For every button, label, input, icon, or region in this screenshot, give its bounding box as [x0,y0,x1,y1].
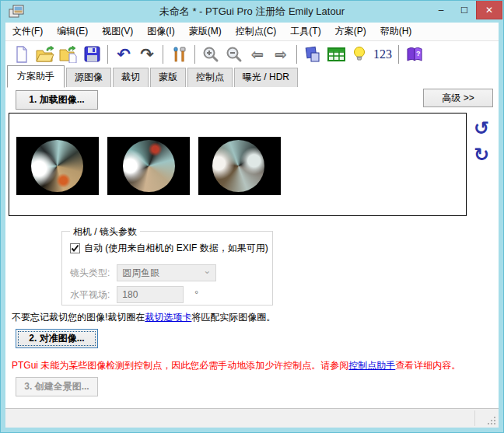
toolbar-separator [163,45,163,64]
zoom-out-button[interactable] [222,44,246,65]
close-button[interactable]: ✕ [476,1,502,19]
advanced-button[interactable]: 高级 >> [423,89,493,107]
toolbar: ↶ ↷ ⇦ ⇨ 123 [5,41,499,67]
toolbar-separator [296,45,297,64]
crop-note-text: 将匹配实际图像圈。 [191,312,275,323]
zoom-in-button[interactable] [199,44,222,65]
new-project-button[interactable] [10,44,33,65]
tab-source-images[interactable]: 源图像 [66,68,111,87]
checkmark-icon [71,244,79,253]
table-icon [327,47,345,61]
hfov-label: 水平视场: [70,288,110,302]
menu-images[interactable]: 图像(I) [140,23,181,40]
save-floppy-icon [84,46,100,62]
rotate-ccw-icon: ↺ [474,117,489,139]
control-point-warning: PTGui 未能为某些图像检测到控制点，因此您必需手动地添加少许控制点。请参阅控… [12,359,460,372]
resize-grip[interactable] [487,416,496,425]
arrow-right-icon: ⇨ [275,47,287,61]
detail-viewer-button[interactable] [348,44,371,65]
tools-icon [170,46,187,63]
groupbox-title: 相机 / 镜头参数 [70,225,140,239]
fisheye-photo [123,140,175,192]
undo-button[interactable]: ↶ [112,44,135,65]
crop-tab-link[interactable]: 裁切选项卡 [145,312,191,323]
menu-control-points[interactable]: 控制点(C) [229,23,284,40]
previous-tab-button[interactable]: ⇦ [246,44,269,65]
lens-type-value: 圆周鱼眼 [122,267,159,280]
fisheye-photo [31,140,83,192]
new-document-icon [14,46,30,63]
panorama-editor-icon [304,46,321,63]
menu-project[interactable]: 方案(P) [328,23,373,40]
hfov-input[interactable] [117,286,184,303]
svg-text:?: ? [416,50,421,58]
minimize-button[interactable]: – [429,1,453,19]
zoom-in-icon [202,46,219,63]
app-panel: 文件(F) 编辑(E) 视图(V) 图像(I) 蒙版(M) 控制点(C) 工具(… [5,23,499,428]
menu-edit[interactable]: 编辑(E) [50,23,95,40]
align-images-button[interactable]: 2. 对准图像... [16,329,98,348]
ptgui-window: 未命名 * - PTGui Pro 注册给 Emily Latour – ☐ ✕… [0,0,504,433]
fisheye-photo [212,140,264,192]
lens-type-label: 镜头类型: [70,267,110,280]
project-assistant-panel: 1. 加载图像... 高级 >> ↺ ↻ 相机 / 镜头参数 自动 (使用来自相… [5,87,499,408]
rotate-cw-button[interactable]: ↻ [470,143,493,166]
control-point-assistant-link[interactable]: 控制点助手 [348,360,395,371]
auto-exif-checkbox[interactable] [70,243,80,253]
tab-control-points[interactable]: 控制点 [187,68,233,87]
statusbar-separator [474,410,475,426]
source-image-list[interactable] [9,113,467,216]
crop-note: 不要忘记裁切您的图像!裁切圈在裁切选项卡将匹配实际图像圈。 [12,311,275,324]
next-tab-button[interactable]: ⇨ [269,44,292,65]
camera-lens-groupbox: 相机 / 镜头参数 自动 (使用来自相机的 EXIF 数据，如果可用) 镜头类型… [61,231,273,306]
add-images-button[interactable] [57,44,80,65]
image-thumbnail-1[interactable] [16,137,99,195]
open-project-button[interactable] [33,44,57,65]
warning-text: 查看详细内容。 [395,360,460,371]
menu-view[interactable]: 视图(V) [95,23,140,40]
undo-icon: ↶ [117,46,131,62]
redo-button[interactable]: ↷ [135,44,159,65]
light-bulb-icon [352,46,366,63]
options-button[interactable] [167,44,191,65]
menu-file[interactable]: 文件(F) [5,23,50,40]
image-thumbnail-3[interactable] [198,137,281,195]
toolbar-separator [107,45,108,64]
menu-bar: 文件(F) 编辑(E) 视图(V) 图像(I) 蒙版(M) 控制点(C) 工具(… [5,23,499,41]
toolbar-separator [194,45,195,64]
image-thumbnail-2[interactable] [107,137,190,195]
crop-note-text: 不要忘记裁切您的图像!裁切圈在 [12,312,145,323]
create-panorama-button: 3. 创建全景图... [16,377,98,396]
menu-mask[interactable]: 蒙版(M) [182,23,229,40]
tab-mask[interactable]: 蒙版 [150,68,186,87]
load-images-button[interactable]: 1. 加载图像... [16,90,98,110]
tab-exposure-hdr[interactable]: 曝光 / HDR [234,68,298,87]
menu-tools[interactable]: 工具(T) [283,23,327,40]
save-project-button[interactable] [80,44,103,65]
panorama-editor-button[interactable] [301,44,324,65]
toolbar-separator [398,45,399,64]
tab-crop[interactable]: 裁切 [113,68,149,87]
status-bar [5,408,499,428]
title-bar: 未命名 * - PTGui Pro 注册给 Emily Latour – ☐ ✕ [1,1,503,23]
help-button[interactable]: ? [403,44,426,65]
open-folder-icon [36,46,54,63]
menu-help[interactable]: 帮助(H) [373,23,419,40]
help-book-icon: ? [406,47,423,62]
degree-symbol: ° [194,289,198,300]
lens-type-dropdown[interactable]: 圆周鱼眼 ⌄ [117,264,216,281]
tab-bar: 方案助手 源图像 裁切 蒙版 控制点 曝光 / HDR [5,67,499,87]
rotate-ccw-button[interactable]: ↺ [470,117,493,140]
zoom-out-icon [226,46,243,63]
numbers-icon: 123 [373,47,392,61]
rotate-cw-icon: ↻ [474,144,489,166]
redo-icon: ↷ [140,46,154,62]
maximize-button[interactable]: ☐ [453,1,476,19]
window-title: 未命名 * - PTGui Pro 注册给 Emily Latour [1,5,503,19]
control-point-table-button[interactable] [324,44,348,65]
arrow-left-icon: ⇦ [251,47,264,61]
warning-text: PTGui 未能为某些图像检测到控制点，因此您必需手动地添加少许控制点。请参阅 [12,360,348,371]
tab-project-assistant[interactable]: 方案助手 [7,65,65,88]
chevron-down-icon: ⌄ [203,265,211,276]
numeric-transform-button[interactable]: 123 [371,44,394,65]
